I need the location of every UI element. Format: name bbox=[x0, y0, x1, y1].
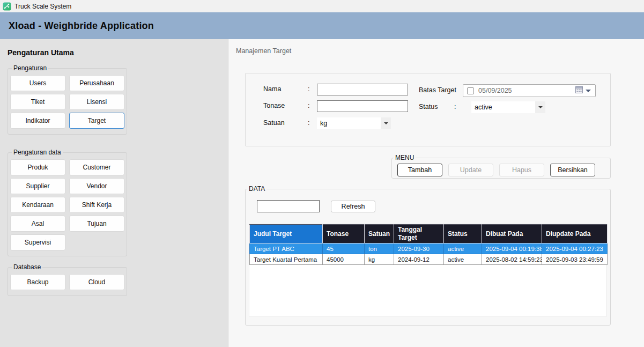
data-group-label: DATA bbox=[247, 185, 267, 193]
satuan-label: Satuan bbox=[263, 119, 285, 127]
column-header-tonase[interactable]: Tonase bbox=[323, 225, 365, 243]
batas-target-datepicker[interactable]: 05/09/2025 bbox=[463, 84, 596, 97]
batas-target-value: 05/09/2025 bbox=[478, 87, 575, 94]
calendar-icon bbox=[575, 86, 583, 95]
nama-label: Nama bbox=[263, 85, 281, 93]
satuan-colon: : bbox=[308, 119, 309, 127]
batas-target-colon: : bbox=[454, 86, 456, 94]
column-header-satuan[interactable]: Satuan bbox=[365, 225, 394, 243]
sidebar-title: Pengaturan Utama bbox=[8, 48, 228, 57]
sidebar-button-asal[interactable]: Asal bbox=[10, 216, 65, 232]
sidebar-button-indikator[interactable]: Indikator bbox=[10, 113, 65, 129]
cell-dibuat-pada[interactable]: 2025-08-02 14:59:23 bbox=[482, 254, 542, 265]
sidebar: Pengaturan Utama Pengaturan Users Perusa… bbox=[0, 39, 228, 347]
sidebar-button-produk[interactable]: Produk bbox=[10, 159, 65, 175]
window-title: Truck Scale System bbox=[14, 3, 71, 10]
cell-tanggal-target[interactable]: 2024-09-12 bbox=[394, 254, 444, 265]
status-select[interactable]: active bbox=[471, 101, 545, 113]
tonase-label: Tonase bbox=[263, 102, 285, 109]
cell-diupdate-pada[interactable]: 2025-09-03 23:49:59 bbox=[542, 254, 608, 265]
sidebar-button-shift-kerja[interactable]: Shift Kerja bbox=[69, 197, 124, 213]
status-dropdown-button[interactable] bbox=[535, 101, 545, 113]
sidebar-button-vendor[interactable]: Vendor bbox=[69, 178, 124, 194]
target-table: Judul Target Tonase Satuan Tanggal Targe… bbox=[249, 224, 608, 265]
column-header-diupdate-pada[interactable]: Diupdate Pada bbox=[542, 225, 608, 243]
sidebar-button-lisensi[interactable]: Lisensi bbox=[69, 94, 124, 110]
satuan-dropdown-button[interactable] bbox=[381, 117, 391, 129]
cell-satuan[interactable]: ton bbox=[365, 243, 394, 254]
sidebar-button-target[interactable]: Target bbox=[69, 113, 124, 129]
window-titlebar: Truck Scale System bbox=[0, 0, 644, 12]
chevron-down-icon bbox=[384, 122, 388, 124]
sidebar-button-tiket[interactable]: Tiket bbox=[10, 94, 65, 110]
app-header: Xload - Weighbride Application bbox=[0, 12, 644, 39]
sidebar-button-supervisi[interactable]: Supervisi bbox=[10, 234, 65, 250]
column-header-status[interactable]: Status bbox=[444, 225, 482, 243]
sidebar-button-perusahaan[interactable]: Perusahaan bbox=[69, 75, 124, 91]
status-colon: : bbox=[454, 103, 456, 110]
satuan-select[interactable]: kg bbox=[317, 117, 391, 129]
status-selected-value: active bbox=[471, 104, 535, 111]
nama-input[interactable] bbox=[317, 84, 408, 95]
hapus-button[interactable]: Hapus bbox=[499, 164, 544, 176]
cell-tanggal-target[interactable]: 2025-09-30 bbox=[394, 243, 444, 254]
cell-diupdate-pada[interactable]: 2025-09-04 00:27:23 bbox=[542, 243, 608, 254]
datepicker-dropdown-icon[interactable] bbox=[586, 90, 591, 92]
cell-status[interactable]: active bbox=[444, 243, 482, 254]
app-title: Xload - Weighbride Application bbox=[9, 20, 154, 32]
cell-judul-target[interactable]: Target Kuartal Pertama bbox=[250, 254, 323, 265]
column-header-tanggal-target[interactable]: Tanggal Target bbox=[394, 225, 444, 243]
main-panel: Manajemen Target Nama : Tonase : Satuan … bbox=[228, 39, 644, 347]
table-header-row: Judul Target Tonase Satuan Tanggal Targe… bbox=[250, 225, 608, 243]
cell-status[interactable]: active bbox=[444, 254, 482, 265]
nama-colon: : bbox=[308, 85, 309, 93]
batas-target-label: Batas Target bbox=[419, 86, 456, 94]
target-form: Nama : Tonase : Satuan : kg Batas Target… bbox=[245, 73, 611, 146]
tonase-input[interactable] bbox=[317, 100, 408, 112]
bersihkan-button[interactable]: Bersihkan bbox=[550, 164, 595, 176]
sidebar-button-customer[interactable]: Customer bbox=[69, 159, 124, 175]
group-database-label: Database bbox=[12, 263, 42, 271]
sidebar-button-tujuan[interactable]: Tujuan bbox=[69, 216, 124, 232]
batas-target-checkbox[interactable] bbox=[467, 87, 474, 94]
group-database: Database Backup Cloud bbox=[8, 263, 127, 296]
menu-group: MENU Tambah Update Hapus Bersihkan bbox=[391, 154, 611, 179]
group-pengaturan: Pengaturan Users Perusahaan Tiket Lisens… bbox=[8, 64, 127, 135]
sidebar-button-kendaraan[interactable]: Kendaraan bbox=[10, 197, 65, 213]
sidebar-button-users[interactable]: Users bbox=[10, 75, 65, 91]
cell-tonase[interactable]: 45 bbox=[323, 243, 365, 254]
table-row[interactable]: Target PT ABC 45 ton 2025-09-30 active 2… bbox=[250, 243, 608, 254]
group-pengaturan-label: Pengaturan bbox=[12, 64, 48, 72]
update-button[interactable]: Update bbox=[448, 164, 493, 176]
tambah-button[interactable]: Tambah bbox=[397, 164, 442, 176]
page-title: Manajemen Target bbox=[236, 47, 291, 55]
sidebar-button-supplier[interactable]: Supplier bbox=[10, 178, 65, 194]
search-input[interactable] bbox=[257, 200, 320, 212]
column-header-dibuat-pada[interactable]: Dibuat Pada bbox=[482, 225, 542, 243]
status-label: Status bbox=[419, 103, 438, 110]
satuan-selected-value: kg bbox=[317, 120, 381, 127]
data-group: DATA Refresh Judul Target Tonase Satuan … bbox=[245, 185, 611, 326]
chevron-down-icon bbox=[538, 106, 543, 108]
cell-satuan[interactable]: kg bbox=[365, 254, 394, 265]
target-table-container: Judul Target Tonase Satuan Tanggal Targe… bbox=[249, 224, 606, 317]
cell-dibuat-pada[interactable]: 2025-09-04 00:19:38 bbox=[482, 243, 542, 254]
refresh-button[interactable]: Refresh bbox=[331, 201, 375, 212]
app-logo-icon bbox=[3, 2, 11, 11]
sidebar-button-backup[interactable]: Backup bbox=[10, 274, 65, 290]
cell-judul-target[interactable]: Target PT ABC bbox=[250, 243, 323, 254]
column-header-judul-target[interactable]: Judul Target bbox=[250, 225, 323, 243]
group-pengaturan-data: Pengaturan data Produk Customer Supplier… bbox=[8, 149, 127, 256]
tonase-colon: : bbox=[308, 102, 309, 109]
table-row[interactable]: Target Kuartal Pertama 45000 kg 2024-09-… bbox=[250, 254, 608, 265]
group-pengaturan-data-label: Pengaturan data bbox=[12, 149, 63, 156]
cell-tonase[interactable]: 45000 bbox=[323, 254, 365, 265]
sidebar-button-cloud[interactable]: Cloud bbox=[69, 274, 124, 290]
menu-group-label: MENU bbox=[394, 154, 416, 161]
